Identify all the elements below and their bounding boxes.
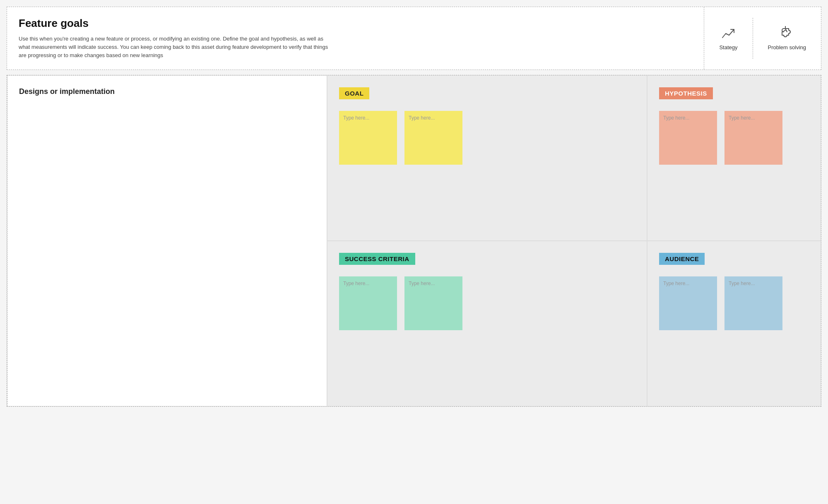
goal-note-2-text: Type here... <box>409 115 435 121</box>
audience-notes-row: Type here... Type here... <box>659 276 809 330</box>
hypothesis-label: HYPOTHESIS <box>659 87 713 99</box>
audience-note-1-text: Type here... <box>663 281 689 286</box>
header-section: Feature goals Use this when you're creat… <box>7 7 821 70</box>
problem-solving-icon-button[interactable]: Problem solving <box>753 18 821 59</box>
success-criteria-section: SUCCESS CRITERIA Type here... Type here.… <box>327 241 647 406</box>
trend-up-icon <box>721 26 736 41</box>
goal-note-1[interactable]: Type here... <box>339 111 397 165</box>
success-criteria-note-2[interactable]: Type here... <box>404 276 462 330</box>
header-main: Feature goals Use this when you're creat… <box>7 7 704 70</box>
hypothesis-notes-row: Type here... Type here... <box>659 111 809 165</box>
strategy-label: Stategy <box>719 44 737 50</box>
puzzle-icon <box>780 26 794 41</box>
goal-note-1-text: Type here... <box>343 115 369 121</box>
audience-section: AUDIENCE Type here... Type here... <box>647 241 821 406</box>
problem-solving-label: Problem solving <box>768 44 806 50</box>
hypothesis-note-2[interactable]: Type here... <box>724 111 782 165</box>
right-panel-title: Designs or implementation <box>19 87 315 96</box>
goal-note-2[interactable]: Type here... <box>404 111 462 165</box>
success-criteria-note-1[interactable]: Type here... <box>339 276 397 330</box>
audience-label: AUDIENCE <box>659 253 705 265</box>
success-criteria-note-2-text: Type here... <box>409 281 435 286</box>
audience-note-1[interactable]: Type here... <box>659 276 717 330</box>
header-icons: Stategy Problem solving <box>704 7 821 70</box>
hypothesis-section: HYPOTHESIS Type here... Type here... <box>647 75 821 241</box>
success-criteria-note-1-text: Type here... <box>343 281 369 286</box>
goal-notes-row: Type here... Type here... <box>339 111 635 165</box>
goal-label: GOAL <box>339 87 369 99</box>
main-grid: GOAL Type here... Type here... HYPOTHESI… <box>7 75 821 407</box>
page-title: Feature goals <box>19 17 692 30</box>
audience-note-2-text: Type here... <box>729 281 755 286</box>
audience-note-2[interactable]: Type here... <box>724 276 782 330</box>
right-panel: Designs or implementation <box>7 75 327 406</box>
hypothesis-note-2-text: Type here... <box>729 115 755 121</box>
hypothesis-note-1-text: Type here... <box>663 115 689 121</box>
header-description: Use this when you're creating a new feat… <box>19 35 333 60</box>
success-criteria-notes-row: Type here... Type here... <box>339 276 635 330</box>
page-wrapper: Feature goals Use this when you're creat… <box>0 0 828 504</box>
goal-section: GOAL Type here... Type here... <box>327 75 647 241</box>
strategy-icon-button[interactable]: Stategy <box>704 18 752 59</box>
hypothesis-note-1[interactable]: Type here... <box>659 111 717 165</box>
success-criteria-label: SUCCESS CRITERIA <box>339 253 415 265</box>
